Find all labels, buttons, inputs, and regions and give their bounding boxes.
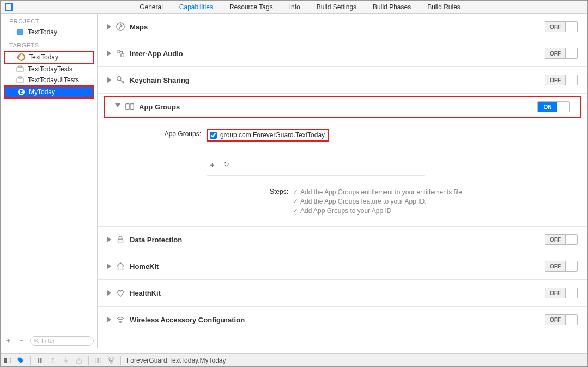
switch-homekit[interactable]: OFF — [545, 261, 578, 272]
switch-audio[interactable]: OFF — [545, 48, 578, 59]
svg-rect-26 — [99, 358, 101, 363]
heart-icon — [116, 288, 125, 298]
tab-build-rules[interactable]: Build Rules — [427, 3, 460, 11]
key-icon — [116, 75, 125, 85]
disclosure-icon[interactable] — [115, 103, 120, 110]
capability-row-healthkit: HealthKit OFF — [98, 279, 587, 306]
svg-text:E: E — [20, 89, 23, 95]
switch-healthkit[interactable]: OFF — [545, 288, 578, 298]
breadcrumb[interactable]: ForeverGuard.TextToday.MyToday — [126, 357, 226, 364]
app-target-icon — [17, 53, 26, 61]
switch-dataprotection[interactable]: OFF — [545, 234, 578, 245]
svg-rect-22 — [38, 358, 40, 363]
targets-section-label: TARGETS — [1, 38, 97, 51]
target-item-uitests[interactable]: TextTodayUITests — [1, 75, 97, 85]
sidebar: PROJECT TextToday TARGETS TextToday Text… — [1, 14, 98, 348]
target-label: TextToday — [29, 53, 58, 61]
tab-info[interactable]: Info — [289, 3, 300, 11]
status-bar: ForeverGuard.TextToday.MyToday — [1, 353, 587, 366]
svg-point-29 — [110, 361, 112, 363]
disclosure-icon[interactable] — [107, 237, 111, 242]
disclosure-icon[interactable] — [107, 290, 111, 296]
steps-label: Steps: — [196, 188, 288, 215]
wifi-icon — [116, 315, 125, 325]
disclosure-icon[interactable] — [107, 317, 111, 322]
xcodeproj-icon — [16, 28, 25, 36]
svg-rect-14 — [121, 54, 124, 57]
sb-hierarchy-icon[interactable] — [107, 357, 115, 364]
capability-title: App Groups — [139, 103, 533, 111]
target-item-texttoday[interactable]: TextToday — [5, 52, 93, 63]
capabilities-content[interactable]: Maps OFF Inter-App Audio OFF Keychain Sh… — [98, 14, 587, 348]
svg-point-27 — [108, 357, 111, 359]
capability-title: Data Protection — [130, 236, 541, 244]
filter-input[interactable]: Filter — [30, 336, 94, 346]
sb-share-icon[interactable] — [75, 357, 83, 364]
capability-row-maps: Maps OFF — [98, 14, 587, 40]
add-target-button[interactable]: ＋ — [4, 336, 13, 346]
svg-rect-21 — [4, 358, 7, 363]
svg-rect-13 — [117, 50, 120, 53]
check-icon: ✓ — [293, 198, 298, 205]
project-icon[interactable] — [5, 3, 13, 11]
tab-capabilities[interactable]: Capabilities — [179, 3, 213, 11]
sb-modules-icon[interactable] — [94, 357, 102, 364]
svg-rect-16 — [126, 104, 129, 110]
tab-build-settings[interactable]: Build Settings — [317, 3, 356, 11]
appgroup-id: group.com.ForeverGuard.TextToday — [220, 131, 325, 139]
switch-maps[interactable]: OFF — [545, 21, 578, 32]
tabs-container: General Capabilities Resource Tags Info … — [13, 3, 587, 11]
appgroup-item[interactable]: group.com.ForeverGuard.TextToday — [208, 130, 328, 140]
check-icon: ✓ — [293, 207, 298, 215]
disclosure-icon[interactable] — [107, 24, 111, 29]
target-item-tests[interactable]: TextTodayTests — [1, 64, 97, 75]
appgroups-label: App Groups: — [114, 129, 201, 138]
capability-title: Maps — [130, 23, 541, 31]
target-label: TextTodayUITests — [28, 76, 79, 84]
svg-point-1 — [18, 54, 25, 60]
disclosure-icon[interactable] — [107, 77, 111, 83]
lock-icon — [116, 235, 125, 244]
sidebar-footer: ＋ － Filter — [1, 333, 97, 348]
capability-title: Keychain Sharing — [130, 76, 541, 84]
sb-tag-icon[interactable] — [17, 357, 25, 364]
capability-title: HealthKit — [130, 289, 541, 297]
tab-resource-tags[interactable]: Resource Tags — [229, 3, 273, 11]
capability-title: Inter-App Audio — [130, 50, 541, 58]
target-item-mytoday[interactable]: E MyToday — [5, 87, 93, 97]
test-target-icon — [16, 76, 25, 84]
capability-row-dataprotection: Data Protection OFF — [98, 226, 587, 253]
capability-row-homekit: HomeKit OFF — [98, 253, 587, 279]
sb-down-icon[interactable] — [62, 357, 70, 364]
svg-point-19 — [120, 322, 121, 323]
project-name: TextToday — [28, 28, 57, 36]
svg-point-28 — [112, 357, 114, 359]
capability-row-appgroups: App Groups ON App Groups: group.com.Fore… — [98, 93, 587, 226]
switch-appgroups[interactable]: ON — [537, 101, 570, 112]
sb-up-icon[interactable] — [49, 357, 57, 364]
home-icon — [116, 261, 125, 271]
tab-general[interactable]: General — [140, 3, 163, 11]
audio-icon — [116, 48, 125, 58]
target-label: MyToday — [29, 88, 55, 96]
maps-icon — [116, 22, 125, 32]
capability-title: Wireless Accessory Configuration — [130, 316, 541, 324]
refresh-appgroup-button[interactable]: ↻ — [223, 160, 229, 170]
disclosure-icon[interactable] — [107, 51, 111, 56]
add-appgroup-button[interactable]: ＋ — [209, 160, 216, 170]
project-item[interactable]: TextToday — [1, 27, 97, 38]
remove-target-button[interactable]: － — [17, 336, 26, 346]
capability-title: HomeKit — [130, 262, 541, 271]
sb-pause-icon[interactable] — [36, 357, 44, 364]
svg-line-9 — [38, 341, 39, 342]
appgroup-checkbox[interactable] — [210, 132, 217, 139]
appgroups-list: group.com.ForeverGuard.TextToday ＋ ↻ — [207, 129, 425, 176]
sb-panel-icon[interactable] — [4, 357, 11, 364]
filter-icon — [34, 338, 39, 344]
extension-target-icon: E — [17, 88, 26, 96]
switch-keychain[interactable]: OFF — [545, 75, 578, 85]
tab-build-phases[interactable]: Build Phases — [373, 3, 411, 11]
disclosure-icon[interactable] — [107, 264, 111, 269]
switch-wireless[interactable]: OFF — [545, 314, 578, 325]
top-tab-bar: General Capabilities Resource Tags Info … — [1, 1, 587, 14]
